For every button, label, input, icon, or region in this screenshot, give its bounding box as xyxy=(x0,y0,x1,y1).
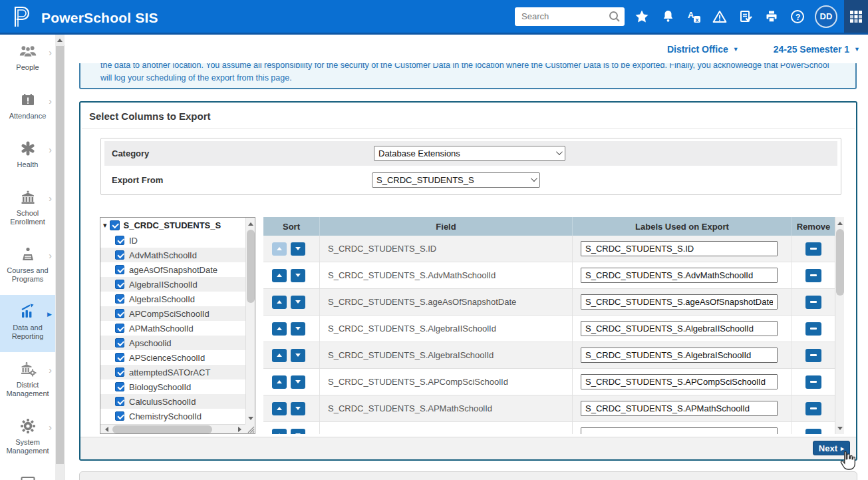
print-icon[interactable] xyxy=(763,8,780,25)
checkbox-checked-icon[interactable] xyxy=(115,353,124,362)
scroll-down-icon[interactable] xyxy=(835,423,845,433)
move-up-button[interactable] xyxy=(272,349,287,362)
remove-button[interactable] xyxy=(805,296,821,309)
tree-expander-icon[interactable]: ▾ xyxy=(103,221,107,230)
sidebar-item-monitor[interactable] xyxy=(0,467,55,480)
field-tree-item[interactable]: ID xyxy=(100,233,245,248)
export-from-select[interactable]: S_CRDC_STUDENTS_S xyxy=(372,172,540,188)
export-label-input[interactable] xyxy=(581,427,778,434)
export-label-input[interactable] xyxy=(581,401,778,416)
move-up-button[interactable] xyxy=(272,269,287,282)
export-label-input[interactable] xyxy=(581,241,778,256)
sidebar-item-courses-and-programs[interactable]: Courses and Programs xyxy=(0,238,55,295)
apps-grid-icon[interactable] xyxy=(844,0,868,33)
scroll-right-icon[interactable] xyxy=(235,425,244,434)
scrollbar-thumb[interactable] xyxy=(247,230,255,303)
remove-button[interactable] xyxy=(805,242,821,256)
tree-vertical-scrollbar[interactable] xyxy=(245,218,255,424)
scroll-up-icon[interactable] xyxy=(246,219,255,228)
scroll-up-icon[interactable] xyxy=(835,218,845,228)
field-tree-item[interactable]: CalculusSchoolId xyxy=(100,394,245,409)
move-up-button[interactable] xyxy=(272,429,287,435)
export-label-input[interactable] xyxy=(581,348,778,363)
move-up-button[interactable] xyxy=(272,402,287,415)
scroll-left-icon[interactable] xyxy=(102,425,111,434)
remove-button[interactable] xyxy=(805,322,821,336)
remove-button[interactable] xyxy=(805,429,821,435)
move-down-button[interactable] xyxy=(291,349,305,362)
move-up-button[interactable] xyxy=(272,242,287,256)
move-down-button[interactable] xyxy=(291,242,305,256)
checkbox-checked-icon[interactable] xyxy=(115,294,124,304)
move-down-button[interactable] xyxy=(291,269,305,282)
move-up-button[interactable] xyxy=(272,375,287,389)
sidebar-scrollbar[interactable] xyxy=(55,35,65,480)
checkbox-checked-icon[interactable] xyxy=(115,411,124,421)
field-tree-item[interactable]: Apschoolid xyxy=(100,336,245,350)
category-select[interactable]: Database Extensions xyxy=(374,146,565,161)
sidebar-item-district-management[interactable]: District Management xyxy=(0,352,55,409)
user-avatar[interactable]: DD xyxy=(815,5,837,28)
move-down-button[interactable] xyxy=(291,402,305,415)
resize-handle[interactable] xyxy=(245,424,255,433)
checkbox-checked-icon[interactable] xyxy=(115,250,124,260)
term-selector[interactable]: 24-25 Semester 1 ▼ xyxy=(774,44,860,55)
translate-icon[interactable]: A x xyxy=(685,8,702,25)
move-up-button[interactable] xyxy=(272,322,287,336)
help-icon[interactable]: ? xyxy=(789,8,806,25)
move-down-button[interactable] xyxy=(291,429,305,435)
alerts-warning-icon[interactable] xyxy=(711,8,728,25)
field-tree-item[interactable]: AlgebraISchoolId xyxy=(100,292,245,306)
move-up-button[interactable] xyxy=(272,296,287,309)
checkbox-checked-icon[interactable] xyxy=(115,382,124,391)
scrollbar-thumb[interactable] xyxy=(112,425,212,433)
field-tree-item[interactable]: ageAsOfSnapshotDate xyxy=(100,262,245,277)
checkbox-checked-icon[interactable] xyxy=(110,220,120,230)
sidebar-item-people[interactable]: People xyxy=(0,35,55,83)
export-label-input[interactable] xyxy=(581,374,778,389)
sidebar-item-system-management[interactable]: System Management xyxy=(0,409,55,467)
brand[interactable]: PowerSchool SIS xyxy=(11,4,158,32)
search-icon[interactable] xyxy=(608,10,621,26)
sidebar-item-data-and-reporting[interactable]: Data and Reporting xyxy=(0,295,55,352)
scroll-up-icon[interactable] xyxy=(55,35,65,45)
scrollbar-thumb[interactable] xyxy=(836,229,844,296)
export-label-input[interactable] xyxy=(581,294,778,310)
field-tree-item[interactable]: AlgebraIISchoolId xyxy=(100,277,245,292)
field-tree-item[interactable]: APScienceSchoolId xyxy=(100,350,245,365)
checkbox-checked-icon[interactable] xyxy=(115,236,124,245)
scrollbar-thumb[interactable] xyxy=(56,46,64,464)
scroll-down-icon[interactable] xyxy=(246,413,255,423)
move-down-button[interactable] xyxy=(291,322,305,336)
field-tree-item[interactable]: ChemistrySchoolId xyxy=(100,409,245,423)
sidebar-item-attendance[interactable]: Attendance xyxy=(0,83,55,132)
checkbox-checked-icon[interactable] xyxy=(115,367,124,377)
tree-horizontal-scrollbar[interactable] xyxy=(100,424,245,433)
notifications-bell-icon[interactable] xyxy=(659,8,676,25)
table-vertical-scrollbar[interactable] xyxy=(835,217,844,434)
next-button[interactable]: Next ▸ xyxy=(813,441,850,455)
field-tree-item[interactable]: attemptedSATOrACT xyxy=(100,365,245,379)
school-selector[interactable]: District Office ▼ xyxy=(667,44,739,55)
checkbox-checked-icon[interactable] xyxy=(115,309,124,318)
field-tree-item[interactable]: APCompSciSchoolId xyxy=(100,306,245,321)
move-down-button[interactable] xyxy=(291,296,305,309)
checkbox-checked-icon[interactable] xyxy=(115,397,124,406)
export-label-input[interactable] xyxy=(581,268,778,283)
remove-button[interactable] xyxy=(805,349,821,362)
field-tree-item[interactable]: BiologySchoolId xyxy=(100,379,245,394)
field-tree-item[interactable]: AdvMathSchoolId xyxy=(100,248,245,262)
checkbox-checked-icon[interactable] xyxy=(115,280,124,289)
favorites-star-icon[interactable] xyxy=(633,8,651,25)
remove-button[interactable] xyxy=(805,402,821,415)
checkbox-checked-icon[interactable] xyxy=(115,324,124,333)
sidebar-item-health[interactable]: Health xyxy=(0,132,55,180)
field-tree-item[interactable]: APMathSchoolId xyxy=(100,321,245,336)
move-down-button[interactable] xyxy=(291,375,305,389)
checkbox-checked-icon[interactable] xyxy=(115,265,124,274)
remove-button[interactable] xyxy=(805,269,821,282)
field-tree-root[interactable]: ▾ S_CRDC_STUDENTS_S xyxy=(100,218,245,233)
checkbox-checked-icon[interactable] xyxy=(115,338,124,348)
export-label-input[interactable] xyxy=(581,321,778,336)
reports-checklist-icon[interactable] xyxy=(737,8,754,25)
